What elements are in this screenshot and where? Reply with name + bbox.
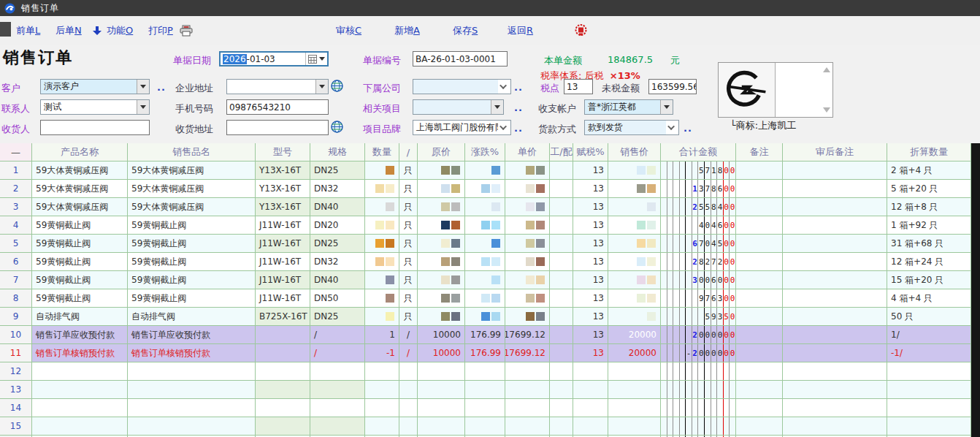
printer-icon[interactable] bbox=[180, 25, 193, 37]
cell-tax[interactable]: 13 bbox=[573, 326, 608, 344]
cell-tax[interactable]: 13 bbox=[573, 271, 608, 289]
cell-anote[interactable] bbox=[783, 326, 887, 344]
cell-tax[interactable]: 13 bbox=[573, 216, 608, 235]
customer-more-button[interactable]: .. bbox=[157, 82, 166, 93]
cell-sprice[interactable] bbox=[608, 253, 661, 271]
cell-note[interactable] bbox=[736, 399, 783, 417]
cell-conv[interactable] bbox=[887, 362, 971, 381]
cell-total[interactable] bbox=[661, 417, 736, 436]
cell-total[interactable]: 6704500 bbox=[661, 235, 736, 253]
cell-gp[interactable] bbox=[550, 326, 573, 344]
cell-no[interactable]: 7 bbox=[0, 271, 32, 289]
cell-unit[interactable] bbox=[399, 381, 418, 399]
menu-next-doc[interactable]: 后单N bbox=[55, 24, 82, 37]
cell-qty[interactable] bbox=[365, 235, 399, 253]
cell-total[interactable] bbox=[661, 362, 736, 381]
cell-no[interactable]: 6 bbox=[0, 253, 32, 271]
calendar-button[interactable] bbox=[305, 53, 325, 65]
cell-orig[interactable] bbox=[418, 399, 465, 417]
cell-model[interactable]: Y13X-16T bbox=[256, 198, 310, 216]
cell-no[interactable]: 10 bbox=[0, 326, 32, 344]
tax-point-input[interactable]: 13 bbox=[564, 79, 593, 94]
cell-gp[interactable] bbox=[550, 162, 573, 180]
cell-no[interactable]: 14 bbox=[0, 399, 32, 417]
cell-name[interactable]: 59大体黄铜减压阀 bbox=[32, 198, 128, 216]
cell-no[interactable]: 8 bbox=[0, 289, 32, 308]
cell-name[interactable]: 59大体黄铜减压阀 bbox=[32, 180, 128, 198]
cell-sale[interactable]: 自动排气阀 bbox=[128, 308, 256, 326]
cell-gp[interactable] bbox=[550, 362, 573, 381]
cell-no[interactable]: 5 bbox=[0, 235, 32, 253]
cell-chg[interactable] bbox=[465, 308, 505, 326]
cell-sale[interactable]: 59大体黄铜减压阀 bbox=[128, 180, 256, 198]
cell-qty[interactable] bbox=[365, 417, 399, 436]
cell-no[interactable]: 1 bbox=[0, 162, 32, 180]
cell-orig[interactable]: 10000 bbox=[418, 326, 465, 344]
cell-total[interactable] bbox=[661, 399, 736, 417]
cell-chg[interactable]: 176.99 bbox=[465, 326, 505, 344]
cell-sprice[interactable] bbox=[608, 271, 661, 289]
cell-unit[interactable]: 只 bbox=[399, 235, 418, 253]
cell-qty[interactable] bbox=[365, 289, 399, 308]
cell-model[interactable]: J11W-16T bbox=[256, 289, 310, 308]
cell-note[interactable] bbox=[736, 253, 783, 271]
chevron-down-icon[interactable] bbox=[137, 100, 149, 114]
cell-gp[interactable] bbox=[550, 235, 573, 253]
cell-conv[interactable]: 5 箱+20 只 bbox=[887, 180, 971, 198]
cell-model[interactable]: Y13X-16T bbox=[256, 180, 310, 198]
menu-save[interactable]: 保存S bbox=[453, 24, 478, 37]
cell-sprice[interactable]: 20000 bbox=[608, 326, 661, 344]
cell-conv[interactable]: 31 箱+68 只 bbox=[887, 235, 971, 253]
cell-model[interactable] bbox=[256, 417, 310, 436]
cell-anote[interactable] bbox=[783, 253, 887, 271]
cell-spec[interactable]: DN25 bbox=[310, 162, 365, 180]
cell-sprice[interactable] bbox=[608, 381, 661, 399]
menu-print[interactable]: 打印P bbox=[148, 24, 173, 37]
cell-sprice[interactable] bbox=[608, 308, 661, 326]
cell-tax[interactable]: 13 bbox=[573, 198, 608, 216]
chevron-down-icon[interactable] bbox=[315, 80, 328, 94]
cell-unit[interactable]: 只 bbox=[399, 162, 418, 180]
cell-conv[interactable] bbox=[887, 381, 971, 399]
cell-chg[interactable] bbox=[465, 417, 505, 436]
menu-functions[interactable]: 功能O bbox=[107, 24, 133, 37]
cell-price[interactable] bbox=[505, 271, 550, 289]
cell-price[interactable] bbox=[505, 162, 550, 180]
cell-price[interactable]: 17699.12 bbox=[505, 326, 550, 344]
cell-name[interactable]: 59大体黄铜减压阀 bbox=[32, 162, 128, 180]
cell-unit[interactable] bbox=[399, 362, 418, 381]
cell-anote[interactable] bbox=[783, 381, 887, 399]
cell-model[interactable]: J11W-16T bbox=[256, 253, 310, 271]
cell-tax[interactable] bbox=[573, 381, 608, 399]
cell-unit[interactable]: 只 bbox=[399, 289, 418, 308]
cell-orig[interactable] bbox=[418, 289, 465, 308]
menu-add-new[interactable]: 新增A bbox=[394, 24, 420, 37]
cell-sale[interactable]: 59大体黄铜减压阀 bbox=[128, 162, 256, 180]
cell-total[interactable]: 3006000 bbox=[661, 271, 736, 289]
cell-chg[interactable] bbox=[465, 235, 505, 253]
cell-name[interactable]: 59黄铜截止阀 bbox=[32, 271, 128, 289]
cell-tax[interactable]: 13 bbox=[573, 253, 608, 271]
cell-spec[interactable]: DN32 bbox=[310, 253, 365, 271]
cell-anote[interactable] bbox=[783, 235, 887, 253]
cell-tax[interactable]: 13 bbox=[573, 308, 608, 326]
cell-sale[interactable]: 59黄铜截止阀 bbox=[128, 216, 256, 235]
cell-spec[interactable]: DN40 bbox=[310, 198, 365, 216]
cell-sprice[interactable] bbox=[608, 235, 661, 253]
cell-no[interactable]: 13 bbox=[0, 381, 32, 399]
cell-qty[interactable] bbox=[365, 271, 399, 289]
menu-audit[interactable]: 审核C bbox=[336, 24, 361, 37]
cell-sale[interactable] bbox=[128, 399, 256, 417]
cell-anote[interactable] bbox=[783, 417, 887, 436]
cell-gp[interactable] bbox=[550, 417, 573, 436]
cell-sprice[interactable] bbox=[608, 198, 661, 216]
cell-model[interactable]: J11W-16T bbox=[256, 216, 310, 235]
cell-model[interactable]: Y13X-16T bbox=[256, 162, 310, 180]
cell-tax[interactable]: 13 bbox=[573, 235, 608, 253]
customer-combobox[interactable]: 演示客户 bbox=[40, 79, 150, 94]
cell-note[interactable] bbox=[736, 362, 783, 381]
cell-model[interactable] bbox=[256, 362, 310, 381]
cell-chg[interactable] bbox=[465, 362, 505, 381]
cell-unit[interactable]: / bbox=[399, 326, 418, 344]
cell-name[interactable]: 59黄铜截止阀 bbox=[32, 253, 128, 271]
